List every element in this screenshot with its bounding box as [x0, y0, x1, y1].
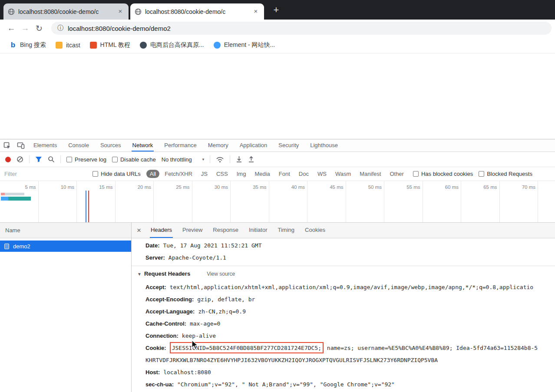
devtools-tab-elements[interactable]: Elements [33, 139, 58, 152]
filter-input[interactable] [4, 171, 87, 177]
devtools-tab-memory[interactable]: Memory [207, 139, 229, 152]
omnibox[interactable]: ⓘ localhost:8080/cookie-demo/demo2 [51, 22, 552, 35]
globe-favicon-icon [8, 8, 15, 15]
timeline-tick: 50 ms [346, 181, 385, 222]
filter-funnel-icon[interactable] [35, 156, 42, 162]
throttling-select[interactable]: No throttling ▾ [162, 156, 205, 163]
blocked-requests-checkbox[interactable]: Blocked Requests [479, 171, 532, 177]
close-details-icon[interactable]: × [132, 223, 145, 238]
bookmark-bing[interactable]: b Bing 搜索 [10, 41, 46, 49]
reload-button[interactable]: ↻ [32, 23, 46, 33]
pill-media[interactable]: Media [251, 170, 273, 178]
view-source-link[interactable]: View source [207, 271, 235, 277]
details-tab-initiator[interactable]: Initiator [248, 223, 268, 238]
back-button[interactable]: ← [4, 23, 18, 33]
header-value-highlighted: JSESSIONID=5B8C524F0BD885BF277CD281724E7… [172, 345, 321, 351]
pill-font[interactable]: Font [275, 170, 294, 178]
has-blocked-cookies-label: Has blocked cookies [421, 171, 473, 177]
devtools-tab-application[interactable]: Application [239, 139, 268, 152]
export-har-icon[interactable] [248, 156, 254, 163]
tab-strip: localhost:8080/cookie-demo/c × localhost… [0, 0, 555, 20]
tab-close-icon[interactable]: × [116, 8, 124, 16]
header-name: sec-ch-ua: [145, 381, 174, 388]
header-name: Cache-Control: [145, 320, 186, 327]
details-tab-timing[interactable]: Timing [277, 223, 296, 238]
clear-network-log-icon[interactable] [17, 156, 23, 163]
timeline-tick: 10 ms [39, 181, 77, 222]
checkbox-icon[interactable] [66, 157, 72, 162]
checkbox-icon[interactable] [479, 171, 484, 177]
throttling-value: No throttling [162, 156, 192, 163]
header-value: zh-CN,zh;q=0.9 [198, 308, 246, 315]
devtools-tab-console[interactable]: Console [67, 139, 90, 152]
pill-manifest[interactable]: Manifest [356, 170, 384, 178]
import-har-icon[interactable] [236, 156, 242, 163]
itcast-favicon-icon [56, 42, 63, 49]
timeline-tick: 55 ms [384, 181, 423, 222]
bookmark-shop-admin[interactable]: 电商后台高保真原... [140, 41, 204, 49]
record-network-log-button[interactable] [5, 157, 11, 162]
element-favicon-icon [214, 42, 221, 49]
toolbar-separator [29, 155, 30, 163]
bookmark-itcast[interactable]: itcast [56, 42, 80, 49]
checkbox-icon[interactable] [92, 171, 98, 177]
url-text[interactable]: localhost:8080/cookie-demo/demo2 [68, 25, 171, 32]
page-info-icon[interactable]: ⓘ [57, 24, 63, 32]
pill-ws[interactable]: WS [314, 170, 330, 178]
disclosure-triangle-icon[interactable]: ▼ [137, 272, 142, 277]
browser-tab-1[interactable]: localhost:8080/cookie-demo/c × [3, 3, 129, 20]
pill-other[interactable]: Other [386, 170, 407, 178]
inspect-element-icon[interactable] [0, 139, 14, 152]
header-row-accept-language: Accept-Language:zh-CN,zh;q=0.9 [132, 305, 555, 317]
details-tab-cookies[interactable]: Cookies [304, 223, 326, 238]
hide-data-urls-checkbox[interactable]: Hide data URLs [92, 171, 141, 177]
bookmark-html-tutorial[interactable]: HTML 教程 [90, 41, 130, 49]
pill-doc[interactable]: Doc [295, 170, 312, 178]
checkbox-icon[interactable] [413, 171, 419, 177]
header-value: Apache-Coyote/1.1 [168, 254, 226, 261]
devtools-tab-security[interactable]: Security [278, 139, 300, 152]
has-blocked-cookies-checkbox[interactable]: Has blocked cookies [413, 171, 473, 177]
tab-close-icon[interactable]: × [252, 8, 260, 16]
devtools-tab-sources[interactable]: Sources [99, 139, 122, 152]
header-name: Server: [145, 254, 165, 261]
browser-tab-2-active[interactable]: localhost:8080/cookie-demo/c × [130, 3, 264, 20]
network-conditions-icon[interactable] [216, 156, 224, 163]
devtools-tab-lighthouse[interactable]: Lighthouse [309, 139, 339, 152]
pill-img[interactable]: Img [233, 170, 250, 178]
pill-fetch-xhr[interactable]: Fetch/XHR [161, 170, 196, 178]
preserve-log-checkbox[interactable]: Preserve log [66, 156, 106, 163]
device-toolbar-icon[interactable] [14, 139, 28, 152]
details-tab-preview[interactable]: Preview [182, 223, 203, 238]
request-headers-section-header[interactable]: ▼Request HeadersView source [132, 267, 555, 281]
headers-content[interactable]: Date:Tue, 17 Aug 2021 11:52:21 GMT Serve… [132, 238, 555, 392]
pill-css[interactable]: CSS [213, 170, 231, 178]
pill-all[interactable]: All [146, 170, 159, 178]
preserve-log-label: Preserve log [75, 156, 106, 163]
requests-name-column-header[interactable]: Name [0, 223, 131, 238]
devtools-tab-network[interactable]: Network [132, 139, 154, 152]
blocked-requests-label: Blocked Requests [487, 171, 532, 177]
pill-js[interactable]: JS [198, 170, 211, 178]
devtools-tab-performance[interactable]: Performance [163, 139, 197, 152]
checkbox-icon[interactable] [112, 157, 118, 162]
details-tab-headers[interactable]: Headers [150, 223, 173, 238]
network-overview-timeline[interactable]: 5 ms 10 ms 15 ms 20 ms 25 ms 30 ms 35 ms… [0, 181, 555, 223]
request-row-demo2[interactable]: demo2 [0, 240, 131, 252]
pill-wasm[interactable]: Wasm [332, 170, 354, 178]
timeline-tick: 45 ms [307, 181, 346, 222]
section-title: Request Headers [144, 270, 190, 277]
bookmark-label: HTML 教程 [100, 41, 130, 49]
network-toolbar: Preserve log Disable cache No throttling… [0, 152, 555, 167]
header-row-date: Date:Tue, 17 Aug 2021 11:52:21 GMT [132, 239, 555, 251]
details-tab-response[interactable]: Response [212, 223, 239, 238]
header-value: KHRTVDFJRKXWLB7NRO4ZYE6HVYHPJI632VBOYUKK… [145, 357, 438, 363]
header-value: max-age=0 [190, 320, 220, 327]
new-tab-button[interactable]: + [270, 4, 282, 16]
forward-button[interactable]: → [18, 23, 32, 33]
header-name: Host: [145, 369, 160, 376]
timeline-tick: 5 ms [0, 181, 39, 222]
disable-cache-checkbox[interactable]: Disable cache [112, 156, 156, 163]
bookmark-element[interactable]: Element - 网站快... [214, 41, 275, 49]
search-icon[interactable] [48, 156, 55, 163]
